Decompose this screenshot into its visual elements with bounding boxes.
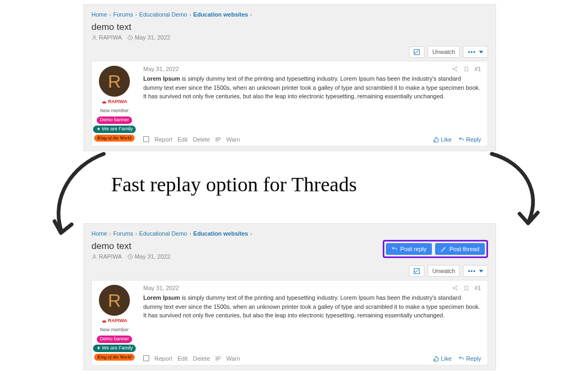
crumb-forums[interactable]: Forums bbox=[113, 230, 133, 237]
warn-link[interactable]: Warn bbox=[226, 136, 240, 143]
family-badge: We are Family bbox=[93, 345, 136, 352]
warn-link[interactable]: Warn bbox=[226, 355, 240, 362]
king-badge: King of the World bbox=[94, 354, 135, 361]
chevron-down-icon bbox=[479, 270, 483, 272]
post-body: May 31, 2022 #1 Lorem Ipsum is simply du… bbox=[137, 280, 488, 365]
user-column: R RAPIWA New member Demo banner We are F… bbox=[92, 61, 137, 146]
thread-date: May 31, 2022 bbox=[127, 253, 171, 260]
post-reply-button[interactable]: Post reply bbox=[386, 243, 432, 255]
post-thread-button[interactable]: Post thread bbox=[435, 243, 485, 255]
username-badge[interactable]: RAPIWA bbox=[98, 98, 130, 106]
edit-link[interactable]: Edit bbox=[177, 355, 188, 362]
headline-text: Fast replay option for Threads bbox=[111, 173, 357, 196]
ip-link[interactable]: IP bbox=[215, 355, 221, 362]
username-badge[interactable]: RAPIWA bbox=[98, 317, 130, 325]
crumb-edu-demo[interactable]: Educational Demo bbox=[139, 11, 187, 18]
thumb-icon bbox=[433, 136, 439, 143]
chevron-down-icon bbox=[479, 51, 483, 53]
react-actions: Like Reply bbox=[433, 355, 481, 362]
role-badge: New member bbox=[97, 326, 132, 334]
user-icon bbox=[91, 254, 97, 260]
svg-point-4 bbox=[456, 70, 457, 71]
crumb-home[interactable]: Home bbox=[91, 11, 107, 18]
replyarrow-icon bbox=[391, 246, 398, 252]
avatar[interactable]: R bbox=[99, 66, 130, 97]
crumb-edu-websites[interactable]: Education websites bbox=[194, 11, 249, 18]
unwatch-button[interactable]: Unwatch bbox=[428, 265, 460, 277]
reply-button[interactable]: Reply bbox=[458, 355, 481, 362]
thread-title: demo text bbox=[91, 240, 171, 253]
hands-icon bbox=[96, 127, 101, 131]
report-link[interactable]: Report bbox=[154, 136, 172, 143]
bookmark-icon[interactable] bbox=[463, 285, 469, 291]
svg-point-9 bbox=[456, 289, 457, 290]
check-icon bbox=[414, 268, 420, 274]
crown-icon bbox=[102, 318, 107, 324]
post-number[interactable]: #1 bbox=[475, 285, 481, 291]
toolbar: Unwatch ••• bbox=[91, 264, 488, 280]
crumb-edu-websites[interactable]: Education websites bbox=[194, 230, 249, 237]
share-icon[interactable] bbox=[452, 285, 458, 291]
ip-link[interactable]: IP bbox=[215, 136, 221, 143]
reply-button[interactable]: Reply bbox=[458, 136, 481, 143]
highlight-box: Post reply Post thread bbox=[383, 240, 488, 258]
thread-author[interactable]: RAPIWA bbox=[91, 34, 122, 41]
thumb-icon bbox=[433, 355, 439, 362]
clock-icon bbox=[127, 35, 133, 41]
thread-author[interactable]: RAPIWA bbox=[91, 253, 122, 260]
hands-icon bbox=[96, 346, 101, 350]
reply-icon bbox=[458, 355, 465, 362]
svg-point-2 bbox=[453, 68, 454, 69]
bookmark-icon[interactable] bbox=[463, 66, 469, 72]
select-post-checkbox[interactable] bbox=[143, 136, 149, 142]
crumb-home[interactable]: Home bbox=[91, 230, 107, 237]
report-link[interactable]: Report bbox=[154, 355, 172, 362]
breadcrumb: Home› Forums› Educational Demo› Educatio… bbox=[91, 228, 488, 240]
dots-icon: ••• bbox=[468, 49, 476, 55]
post-date[interactable]: May 31, 2022 bbox=[143, 285, 179, 291]
thread-date: May 31, 2022 bbox=[127, 34, 171, 41]
post-text: Lorem Ipsum is simply dummy text of the … bbox=[143, 74, 481, 133]
post-body: May 31, 2022 #1 Lorem Ipsum is simply du… bbox=[137, 61, 488, 146]
delete-link[interactable]: Delete bbox=[193, 355, 210, 362]
mod-actions: Report Edit Delete IP Warn bbox=[143, 355, 240, 362]
unwatch-button[interactable]: Unwatch bbox=[428, 46, 460, 58]
react-actions: Like Reply bbox=[433, 136, 481, 143]
mod-actions: Report Edit Delete IP Warn bbox=[143, 136, 240, 143]
demo-banner-badge: Demo banner bbox=[97, 336, 133, 343]
select-toggle-button[interactable] bbox=[409, 46, 424, 58]
thread-meta: RAPIWA May 31, 2022 bbox=[91, 253, 171, 264]
share-icon[interactable] bbox=[452, 66, 458, 72]
select-toggle-button[interactable] bbox=[409, 266, 424, 277]
panel-before: Home› Forums› Educational Demo› Educatio… bbox=[83, 4, 496, 151]
like-button[interactable]: Like bbox=[433, 136, 452, 143]
clock-icon bbox=[127, 254, 133, 260]
user-column: R RAPIWA New member Demo banner We are F… bbox=[92, 280, 137, 365]
svg-point-3 bbox=[456, 67, 457, 68]
svg-point-0 bbox=[94, 35, 96, 37]
post-text: Lorem Ipsum is simply dummy text of the … bbox=[143, 293, 481, 352]
thread-title: demo text bbox=[91, 21, 488, 34]
more-menu-button[interactable]: ••• bbox=[463, 265, 488, 277]
select-post-checkbox[interactable] bbox=[143, 355, 149, 361]
crumb-forums[interactable]: Forums bbox=[113, 11, 133, 18]
post-card: R RAPIWA New member Demo banner We are F… bbox=[91, 280, 488, 365]
post-card: R RAPIWA New member Demo banner We are F… bbox=[91, 61, 488, 146]
post-number[interactable]: #1 bbox=[475, 66, 481, 72]
more-menu-button[interactable]: ••• bbox=[463, 46, 488, 58]
post-date[interactable]: May 31, 2022 bbox=[143, 66, 179, 72]
svg-point-8 bbox=[456, 286, 457, 287]
edit-link[interactable]: Edit bbox=[177, 136, 188, 143]
family-badge: We are Family bbox=[93, 126, 136, 133]
like-button[interactable]: Like bbox=[433, 355, 452, 362]
crown-icon bbox=[102, 99, 107, 105]
demo-banner-badge: Demo banner bbox=[97, 116, 133, 124]
svg-point-7 bbox=[453, 287, 454, 289]
crumb-edu-demo[interactable]: Educational Demo bbox=[139, 230, 187, 237]
svg-point-5 bbox=[94, 254, 96, 256]
thread-meta: RAPIWA May 31, 2022 bbox=[91, 34, 488, 45]
check-icon bbox=[414, 49, 420, 55]
avatar[interactable]: R bbox=[99, 285, 130, 316]
arrow-right-icon bbox=[488, 150, 546, 230]
delete-link[interactable]: Delete bbox=[193, 136, 210, 143]
